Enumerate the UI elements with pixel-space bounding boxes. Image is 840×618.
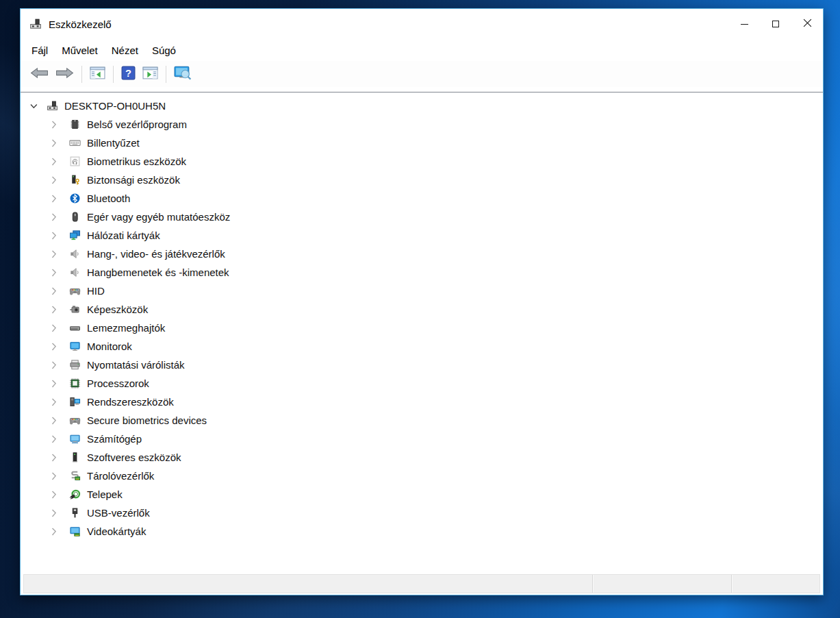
tree-item-label[interactable]: Bluetooth <box>87 193 130 204</box>
tree-item-label[interactable]: Secure biometrics devices <box>87 415 207 426</box>
tree-item-label[interactable]: Hálózati kártyák <box>87 230 160 241</box>
chevron-right-icon[interactable] <box>50 324 58 332</box>
chevron-right-icon[interactable] <box>50 232 58 240</box>
tree-row[interactable]: Biztonsági eszközök <box>21 171 823 189</box>
tree-row[interactable]: Billentyűzet <box>21 134 823 152</box>
tree-row[interactable]: Bluetooth <box>21 189 823 208</box>
tree-item-label[interactable]: USB-vezérlők <box>87 507 150 519</box>
tree-row[interactable]: Processzorok <box>21 374 823 393</box>
action-pane-toggle-button[interactable] <box>139 64 162 85</box>
chevron-right-icon[interactable] <box>50 435 58 443</box>
battery-icon <box>68 489 81 501</box>
chevron-right-icon[interactable] <box>50 287 58 295</box>
chevron-right-icon[interactable] <box>50 343 58 351</box>
software-device-icon <box>68 452 81 464</box>
chevron-right-icon[interactable] <box>50 491 58 499</box>
tree-item-label[interactable]: Számítógép <box>87 433 142 445</box>
menu-view[interactable]: Nézet <box>105 42 145 59</box>
minimize-icon <box>741 24 748 25</box>
tree-row[interactable]: Lemezmeghajtók <box>21 319 823 337</box>
tree-row[interactable]: Biometrikus eszközök <box>21 152 823 171</box>
chevron-right-icon[interactable] <box>50 361 58 369</box>
tree-row[interactable]: Belső vezérlőprogram <box>21 115 823 134</box>
tree-item-label[interactable]: Rendszereszközök <box>87 396 174 408</box>
tree-item-label[interactable]: Monitorok <box>87 341 132 352</box>
tree-row[interactable]: Tárolóvezérlők <box>21 467 823 485</box>
maximize-button[interactable] <box>760 9 791 39</box>
tree-item-label[interactable]: HID <box>87 285 105 297</box>
tree-row[interactable]: DESKTOP-OH0UH5N <box>21 97 823 115</box>
chevron-right-icon[interactable] <box>50 417 58 425</box>
scan-hardware-changes-button[interactable] <box>170 63 196 86</box>
tree-item-label[interactable]: DESKTOP-OH0UH5N <box>64 100 166 112</box>
tree-item-label[interactable]: Biztonsági eszközök <box>87 174 180 186</box>
close-button[interactable] <box>791 9 823 39</box>
tree-row[interactable]: Secure biometrics devices <box>21 411 823 430</box>
tree-row[interactable]: Hang-, video- és játékvezérlők <box>21 245 823 263</box>
scan-hardware-icon <box>174 66 192 83</box>
tree-row[interactable]: Szoftveres eszközök <box>21 448 823 467</box>
tree-item-label[interactable]: Hangbemenetek és -kimenetek <box>87 267 229 278</box>
tree-row[interactable]: HID <box>21 282 823 300</box>
chevron-right-icon[interactable] <box>50 528 58 536</box>
tree-row[interactable]: Számítógép <box>21 430 823 448</box>
chevron-right-icon[interactable] <box>50 306 58 314</box>
menu-help[interactable]: Súgó <box>145 42 183 59</box>
back-button[interactable] <box>27 64 52 84</box>
tree-item-label[interactable]: Tárolóvezérlők <box>87 470 154 482</box>
chevron-right-icon[interactable] <box>50 269 58 277</box>
tree-item-label[interactable]: Processzorok <box>87 378 149 389</box>
chevron-right-icon[interactable] <box>50 139 58 147</box>
monitor-icon <box>68 341 81 353</box>
tree-item-label[interactable]: Nyomtatási várólisták <box>87 359 185 371</box>
tree-item-label[interactable]: Szoftveres eszközök <box>87 452 181 463</box>
tree-item-label[interactable]: Belső vezérlőprogram <box>87 119 187 130</box>
titlebar[interactable]: Eszközkezelő <box>21 9 823 39</box>
toolbar-separator <box>113 66 114 83</box>
tree-row[interactable]: Hálózati kártyák <box>21 226 823 245</box>
chevron-right-icon[interactable] <box>50 121 58 129</box>
fingerprint-icon <box>68 156 81 168</box>
network-adapter-icon <box>68 230 81 242</box>
tree-row[interactable]: Nyomtatási várólisták <box>21 356 823 374</box>
toolbar: ? <box>21 61 823 87</box>
video-card-icon <box>68 526 81 538</box>
chevron-right-icon[interactable] <box>50 472 58 480</box>
system-device-icon <box>68 396 81 408</box>
camera-icon <box>68 304 81 316</box>
chevron-right-icon[interactable] <box>50 195 58 203</box>
tree-item-label[interactable]: Billentyűzet <box>87 137 140 149</box>
forward-arrow-icon <box>55 67 74 82</box>
chevron-right-icon[interactable] <box>50 250 58 258</box>
tree-item-label[interactable]: Hang-, video- és játékvezérlők <box>87 248 225 260</box>
chevron-right-icon[interactable] <box>50 380 58 388</box>
tree-row[interactable]: Monitorok <box>21 337 823 356</box>
tree-item-label[interactable]: Lemezmeghajtók <box>87 322 165 334</box>
chevron-right-icon[interactable] <box>50 509 58 517</box>
menu-action[interactable]: Művelet <box>55 42 105 59</box>
chevron-right-icon[interactable] <box>50 158 58 166</box>
tree-row[interactable]: Rendszereszközök <box>21 393 823 411</box>
tree-item-label[interactable]: Videokártyák <box>87 526 146 537</box>
tree-row[interactable]: Képeszközök <box>21 300 823 319</box>
menu-file[interactable]: Fájl <box>25 42 55 59</box>
chevron-right-icon[interactable] <box>50 454 58 462</box>
tree-item-label[interactable]: Egér vagy egyéb mutatóeszköz <box>87 211 230 223</box>
tree-row[interactable]: Videokártyák <box>21 522 823 541</box>
chevron-right-icon[interactable] <box>50 176 58 184</box>
tree-row[interactable]: Egér vagy egyéb mutatóeszköz <box>21 208 823 226</box>
console-tree-toggle-button[interactable] <box>86 64 109 85</box>
tree-item-label[interactable]: Biometrikus eszközök <box>87 156 186 167</box>
menubar: Fájl Művelet Nézet Súgó <box>21 39 823 61</box>
tree-item-label[interactable]: Képeszközök <box>87 304 148 315</box>
tree-row[interactable]: Telepek <box>21 485 823 504</box>
chevron-right-icon[interactable] <box>50 398 58 406</box>
chevron-right-icon[interactable] <box>50 213 58 221</box>
tree-item-label[interactable]: Telepek <box>87 489 123 500</box>
tree-row[interactable]: USB-vezérlők <box>21 504 823 522</box>
forward-button[interactable] <box>52 64 77 84</box>
minimize-button[interactable] <box>728 9 760 39</box>
chevron-down-icon[interactable] <box>29 103 38 110</box>
help-button[interactable]: ? <box>118 63 139 86</box>
tree-row[interactable]: Hangbemenetek és -kimenetek <box>21 263 823 282</box>
